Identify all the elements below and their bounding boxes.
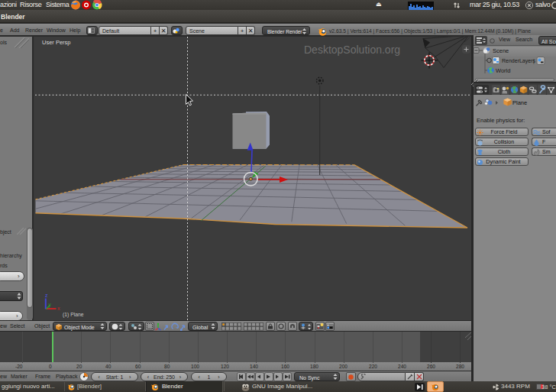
svg-text:User Persp: User Persp [42,39,71,46]
svg-text:z: z [45,293,48,298]
svg-text:y: y [49,302,52,308]
svg-text:World: World [496,67,510,74]
svg-text:RenderLayers: RenderLayers [502,58,535,64]
svg-text:Scene: Scene [493,47,509,54]
svg-text:|: | [533,58,535,64]
svg-text:DesktopSolution.org: DesktopSolution.org [304,44,400,56]
svg-text:x: x [57,306,60,311]
svg-text:(1) Plane: (1) Plane [63,312,84,318]
